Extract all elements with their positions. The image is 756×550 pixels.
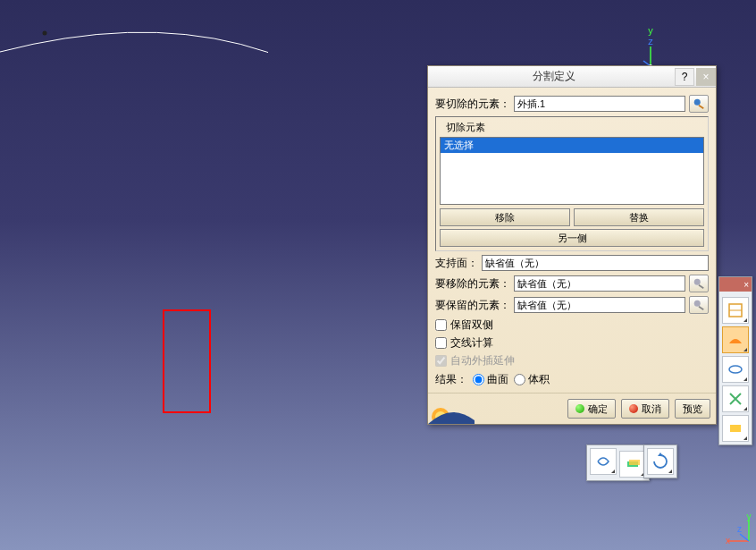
replace-button[interactable]: 替换 [574,208,704,226]
footer-decoration-icon [428,397,475,424]
svg-text:x: x [726,536,730,545]
preview-button[interactable]: 预览 [675,399,710,419]
axis-indicator-bottom-right: y x z [722,514,752,546]
remove-button[interactable]: 移除 [440,208,570,226]
svg-text:y: y [747,514,752,521]
pick-remove-icon[interactable] [689,275,709,292]
viewport-curves [0,0,268,134]
cutting-elements-legend: 切除元素 [443,121,488,134]
remove-elements-label: 要移除的元素： [435,276,510,292]
bottom-toolbar-1 [586,444,650,481]
bottom-toolbar-2 [643,444,677,478]
result-volume-radio[interactable]: 体积 [514,372,550,387]
remove-elements-input[interactable] [514,275,685,292]
cutting-elements-fieldset: 切除元素 无选择 移除 替换 另一侧 [435,116,709,251]
split-definition-dialog: 分割定义 ? × 要切除的元素： 切除元素 无选择 移除 替换 另一侧 支持面： [427,65,717,425]
tool-surface-icon[interactable] [722,326,749,353]
result-label: 结果： [435,372,467,387]
support-label: 支持面： [435,256,478,271]
tool-trim-icon[interactable] [722,385,749,412]
svg-point-21 [729,366,742,373]
help-button[interactable]: ? [675,68,694,86]
element-to-cut-label: 要切除的元素： [435,97,510,112]
tool-join-icon[interactable] [619,451,646,478]
svg-point-14 [694,99,701,106]
pick-keep-icon[interactable] [689,296,709,314]
dialog-titlebar[interactable]: 分割定义 ? × [428,66,716,88]
pick-element-icon[interactable] [689,95,709,113]
axis-indicator-top: y z [642,25,659,68]
svg-rect-24 [629,460,640,465]
tool-sweep-icon[interactable] [722,356,749,383]
cancel-button[interactable]: 取消 [621,399,669,419]
element-to-cut-input[interactable] [514,96,685,112]
svg-point-0 [43,31,47,36]
toolbar-close-strip[interactable]: × [719,277,752,292]
tool-rotate-icon[interactable] [647,448,674,475]
right-toolbar: × [718,276,752,445]
auto-extrapolate-checkbox: 自动外插延伸 [435,353,709,368]
svg-text:z: z [737,524,742,534]
tool-split-icon[interactable] [590,448,617,475]
tool-offset-icon[interactable] [722,415,749,442]
close-button[interactable]: × [696,68,716,86]
dialog-title: 分割定义 [435,69,673,84]
result-surface-radio[interactable]: 曲面 [473,372,508,387]
svg-rect-22 [730,425,741,432]
keep-elements-input[interactable] [514,297,685,313]
highlight-rectangle [163,309,211,413]
support-input[interactable] [482,255,709,271]
list-item[interactable]: 无选择 [441,138,703,153]
cutting-elements-list[interactable]: 无选择 [440,137,704,205]
keep-elements-label: 要保留的元素： [435,298,510,313]
intersection-checkbox[interactable]: 交线计算 [435,335,709,351]
tool-wireframe-icon[interactable] [722,297,749,324]
ok-button[interactable]: 确定 [567,399,616,419]
svg-line-10 [740,534,749,541]
keep-both-sides-checkbox[interactable]: 保留双侧 [435,317,709,333]
svg-point-15 [694,279,701,285]
svg-point-16 [694,300,701,307]
other-side-button[interactable]: 另一侧 [440,229,704,247]
